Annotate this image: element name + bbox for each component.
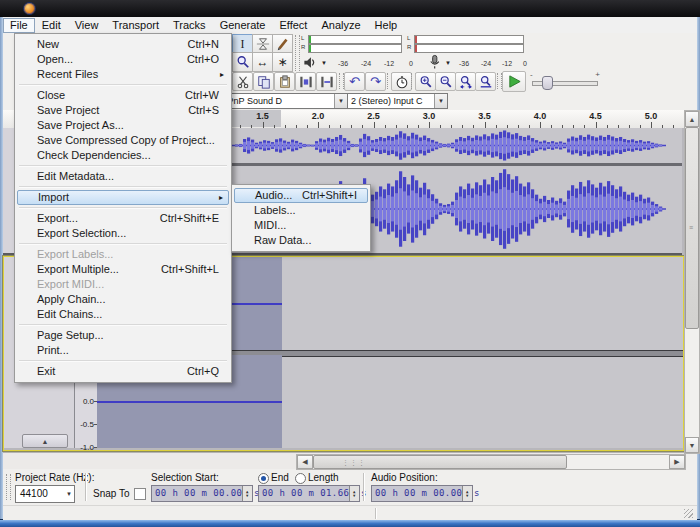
silent-clip-line-ch2 bbox=[97, 401, 282, 403]
recording-meter-bar-L[interactable] bbox=[414, 35, 524, 44]
combo-arrow-icon[interactable]: ▼ bbox=[434, 94, 447, 108]
silence-audio-button[interactable] bbox=[316, 72, 337, 91]
combo-arrow-icon[interactable]: ▼ bbox=[334, 94, 347, 108]
playback-meter-speaker-button[interactable] bbox=[302, 55, 318, 70]
trim-audio-button[interactable] bbox=[295, 72, 316, 91]
recording-meter-bar-R[interactable] bbox=[414, 44, 524, 53]
scroll-left-button[interactable]: ◀ bbox=[297, 455, 313, 469]
menubar-item-tracks[interactable]: Tracks bbox=[166, 18, 213, 32]
undo-button[interactable]: ↶ bbox=[344, 72, 365, 91]
file-menu-item-page-setup[interactable]: Page Setup... bbox=[17, 328, 229, 343]
file-menu-item-export-multiple[interactable]: Export Multiple...Ctrl+Shift+L bbox=[17, 262, 229, 277]
zoom-in-button[interactable] bbox=[415, 72, 436, 91]
title-bar[interactable] bbox=[0, 0, 700, 17]
import-submenu-item-raw-data[interactable]: Raw Data... bbox=[234, 233, 368, 248]
selection-start-field[interactable]: 00 h 00 m 00.000 s ▲▼ bbox=[151, 485, 253, 502]
file-menu-item-export-selection[interactable]: Export Selection... bbox=[17, 226, 229, 241]
slider-thumb[interactable] bbox=[542, 76, 553, 90]
playback-meter-L-label: L bbox=[301, 35, 304, 42]
file-menu-item-exit[interactable]: ExitCtrl+Q bbox=[17, 364, 229, 379]
end-radio[interactable] bbox=[258, 473, 269, 484]
scroll-down-button[interactable]: ▼ bbox=[685, 437, 699, 453]
file-menu-item-import[interactable]: Import▸ bbox=[17, 190, 229, 205]
input-channels-combo[interactable]: 2 (Stereo) Input C ▼ bbox=[347, 93, 448, 109]
zoom-tool-button[interactable] bbox=[232, 52, 253, 72]
scroll-up-button[interactable]: ▲ bbox=[685, 111, 699, 127]
import-submenu-item-labels[interactable]: Labels... bbox=[234, 203, 368, 218]
playback-meter-bar-L[interactable] bbox=[308, 35, 402, 44]
menubar-item-analyze[interactable]: Analyze bbox=[314, 18, 367, 32]
vertical-scroll-thumb[interactable]: ≡ bbox=[685, 127, 699, 329]
fit-selection-button[interactable] bbox=[455, 72, 476, 91]
file-menu-item-save-project-as[interactable]: Save Project As... bbox=[17, 118, 229, 133]
copy-button[interactable] bbox=[253, 72, 274, 91]
copy-icon bbox=[257, 75, 271, 89]
file-menu-item-edit-chains[interactable]: Edit Chains... bbox=[17, 307, 229, 322]
menubar-item-help[interactable]: Help bbox=[368, 18, 405, 32]
file-menu-item-open[interactable]: Open...Ctrl+O bbox=[17, 52, 229, 67]
file-menu-item-apply-chain[interactable]: Apply Chain... bbox=[17, 292, 229, 307]
file-menu-item-export[interactable]: Export...Ctrl+Shift+E bbox=[17, 211, 229, 226]
menu-separator bbox=[19, 186, 227, 188]
time-spinner[interactable]: ▲▼ bbox=[462, 486, 472, 501]
project-rate-combo[interactable]: 44100 ▼ bbox=[15, 485, 75, 503]
menubar-item-view[interactable]: View bbox=[68, 18, 106, 32]
selection-toolbar-grip[interactable] bbox=[6, 474, 11, 500]
import-submenu-item-audio[interactable]: Audio...Ctrl+Shift+I bbox=[234, 188, 368, 203]
sync-lock-button[interactable] bbox=[391, 72, 412, 91]
length-radio[interactable] bbox=[295, 473, 306, 484]
menubar-item-file[interactable]: File bbox=[3, 18, 35, 33]
vertical-scrollbar[interactable]: ▲ ≡ ▼ bbox=[684, 110, 700, 454]
project-rate-value: 44100 bbox=[20, 488, 48, 499]
playback-speed-slider[interactable]: - + bbox=[530, 73, 600, 89]
menubar-item-effect[interactable]: Effect bbox=[273, 18, 315, 32]
recording-meter-dropdown-arrow[interactable]: ▼ bbox=[445, 60, 451, 66]
silence-icon bbox=[320, 75, 334, 89]
selection-tool-button[interactable]: I bbox=[232, 34, 253, 54]
meter-toolbar-grip[interactable] bbox=[295, 35, 300, 71]
horizontal-scroll-thumb[interactable]: ⋮⋮⋮ bbox=[313, 455, 567, 469]
file-menu-item-close[interactable]: CloseCtrl+W bbox=[17, 88, 229, 103]
multi-tool-button[interactable]: ∗ bbox=[272, 52, 293, 72]
combo-arrow-icon[interactable]: ▼ bbox=[66, 491, 72, 497]
menu-item-label: New bbox=[37, 38, 59, 50]
play-at-speed-button[interactable] bbox=[502, 71, 526, 92]
asterisk-icon: ∗ bbox=[277, 56, 287, 68]
recording-meter-mic-button[interactable] bbox=[427, 54, 442, 70]
redo-button[interactable]: ↷ bbox=[365, 72, 386, 91]
resize-grip[interactable] bbox=[684, 509, 693, 518]
menu-bar: FileEditViewTransportTracksGenerateEffec… bbox=[3, 17, 697, 34]
menubar-item-edit[interactable]: Edit bbox=[35, 18, 68, 32]
paste-button[interactable] bbox=[274, 72, 295, 91]
file-menu-item-save-project[interactable]: Save ProjectCtrl+S bbox=[17, 103, 229, 118]
selection-end-field[interactable]: 00 h 00 m 01.664 s ▲▼ bbox=[258, 485, 360, 502]
menubar-item-generate[interactable]: Generate bbox=[213, 18, 273, 32]
file-menu-item-check-dependencies[interactable]: Check Dependencies... bbox=[17, 148, 229, 163]
playback-meter-dropdown-arrow[interactable]: ▼ bbox=[321, 60, 327, 66]
cut-button[interactable] bbox=[232, 72, 253, 91]
file-menu-item-edit-metadata[interactable]: Edit Metadata... bbox=[17, 169, 229, 184]
file-menu: NewCtrl+NOpen...Ctrl+ORecent Files▸Close… bbox=[14, 33, 232, 383]
file-menu-item-new[interactable]: NewCtrl+N bbox=[17, 37, 229, 52]
horizontal-scrollbar[interactable]: ◀ ⋮⋮⋮ ▶ bbox=[296, 454, 686, 470]
time-spinner[interactable]: ▲▼ bbox=[242, 486, 252, 501]
zoom-out-button[interactable] bbox=[435, 72, 456, 91]
file-menu-item-print[interactable]: Print... bbox=[17, 343, 229, 358]
menu-separator bbox=[19, 243, 227, 245]
ruler-time-label: 4.0 bbox=[534, 111, 547, 121]
timeshift-tool-button[interactable]: ↔ bbox=[252, 52, 273, 72]
time-spinner[interactable]: ▲▼ bbox=[349, 486, 359, 501]
snap-to-checkbox[interactable] bbox=[134, 488, 146, 500]
menubar-item-transport[interactable]: Transport bbox=[105, 18, 166, 32]
import-submenu-item-midi[interactable]: MIDI... bbox=[234, 218, 368, 233]
file-menu-item-recent-files[interactable]: Recent Files▸ bbox=[17, 67, 229, 82]
playback-meter-bar-R[interactable] bbox=[308, 44, 402, 53]
audio-position-field[interactable]: 00 h 00 m 00.000 s ▲▼ bbox=[371, 485, 473, 502]
fit-project-button[interactable] bbox=[475, 72, 496, 91]
scroll-right-button[interactable]: ▶ bbox=[669, 455, 685, 469]
menu-item-label: Import bbox=[38, 191, 69, 203]
collapse-track-button[interactable]: ▲ bbox=[22, 434, 68, 448]
envelope-tool-button[interactable] bbox=[252, 34, 273, 54]
file-menu-item-save-compressed-copy-of-project[interactable]: Save Compressed Copy of Project... bbox=[17, 133, 229, 148]
draw-tool-button[interactable] bbox=[272, 34, 293, 54]
